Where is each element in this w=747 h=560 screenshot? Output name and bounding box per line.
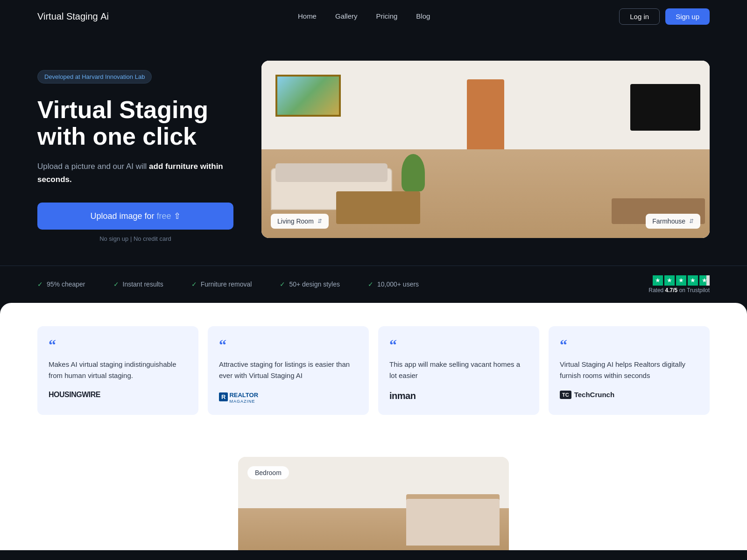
stat-users-label: 10,000+ users (377, 280, 419, 288)
testimonial-text-4: Virtual Staging AI helps Realtors digita… (560, 359, 698, 381)
testimonial-card-2: “ Attractive staging for listings is eas… (208, 326, 369, 415)
stat-instant-label: Instant results (123, 280, 163, 288)
trustpilot-text: Rated 4.7/5 on Trustpilot (648, 287, 710, 294)
testimonial-logo-realtor: R REALTOR MAGAZINE (219, 391, 358, 404)
check-icon-4: ✓ (280, 280, 285, 288)
upload-button[interactable]: Upload image for free ⇧ (37, 203, 233, 230)
quote-mark-3: “ (389, 337, 528, 352)
testimonial-logo-inman: inman (389, 391, 528, 401)
testimonial-card-3: “ This app will make selling vacant home… (378, 326, 539, 415)
quote-mark-2: “ (219, 337, 358, 352)
nav-actions: Log in Sign up (619, 8, 710, 25)
bottom-section: Bedroom (0, 443, 747, 550)
site-logo: Virtual Staging Ai (37, 11, 109, 22)
quote-mark-1: “ (49, 337, 187, 352)
upload-note: No sign up | No credit card (37, 235, 233, 242)
check-icon-3: ✓ (191, 280, 197, 288)
nav-link-gallery[interactable]: Gallery (335, 12, 358, 20)
trustpilot-widget: ★ ★ ★ ★ ★ Rated 4.7/5 on Trustpilot (648, 275, 710, 294)
testimonial-card-1: “ Makes AI virtual staging indistinguish… (37, 326, 198, 415)
stat-cheaper-label: 95% cheaper (47, 280, 85, 288)
hero-subtitle-bold: add furniture within seconds. (37, 162, 223, 183)
tp-star-5: ★ (699, 275, 710, 286)
login-button[interactable]: Log in (619, 8, 660, 25)
room-chevron-icon: ⇵ (317, 218, 322, 224)
bedroom-badge: Bedroom (247, 466, 289, 479)
room-type-label: Living Room (277, 217, 314, 225)
style-chevron-icon: ⇵ (689, 218, 694, 224)
stat-removal-label: Furniture removal (201, 280, 252, 288)
room-sofa-cushion (275, 163, 388, 182)
testimonial-text-3: This app will make selling vacant homes … (389, 359, 528, 381)
tp-star-3: ★ (676, 275, 686, 286)
testimonial-card-4: “ Virtual Staging AI helps Realtors digi… (549, 326, 710, 415)
room-tv (630, 84, 700, 131)
hero-image: Living Room ⇵ Farmhouse ⇵ (261, 61, 710, 238)
free-text: free (157, 211, 171, 221)
nav-link-pricing[interactable]: Pricing (376, 12, 397, 20)
testimonial-logo-techcrunch: TC TechCrunch (560, 391, 698, 399)
hero-subtitle: Upload a picture and our AI will add fur… (37, 160, 233, 185)
realtor-text-block: REALTOR MAGAZINE (229, 391, 258, 404)
tp-star-2: ★ (664, 275, 675, 286)
hero-left: Developed at Harvard Innovation Lab Virt… (37, 61, 233, 242)
logo-sub-text: Ai (100, 11, 109, 21)
navbar: Virtual Staging Ai Home Gallery Pricing … (0, 0, 747, 33)
hero-title: Virtual Stagingwith one click (37, 97, 233, 150)
testimonials-section: “ Makes AI virtual staging indistinguish… (0, 303, 747, 443)
realtor-sub: MAGAZINE (229, 399, 258, 404)
trustpilot-stars: ★ ★ ★ ★ ★ (653, 275, 710, 286)
stat-users: ✓ 10,000+ users (368, 280, 419, 288)
realtor-name: REALTOR (229, 392, 258, 399)
bedroom-bed (406, 499, 500, 546)
stat-removal: ✓ Furniture removal (191, 280, 252, 288)
stat-cheaper: ✓ 95% cheaper (37, 280, 85, 288)
room-painting (275, 75, 341, 117)
room-type-selector[interactable]: Living Room ⇵ (271, 214, 329, 229)
testimonial-logo-housingwire: HOUSINGWIRE (49, 391, 187, 399)
style-label: Farmhouse (652, 217, 685, 225)
testimonial-text-2: Attractive staging for listings is easie… (219, 359, 358, 381)
hero-section: Developed at Harvard Innovation Lab Virt… (0, 33, 747, 266)
quote-mark-4: “ (560, 337, 698, 352)
nav-link-home[interactable]: Home (298, 12, 317, 20)
style-selector[interactable]: Farmhouse ⇵ (646, 214, 700, 229)
signup-button[interactable]: Sign up (665, 8, 710, 25)
room-visual (261, 61, 710, 238)
check-icon-1: ✓ (37, 280, 43, 288)
check-icon-2: ✓ (113, 280, 119, 288)
stats-bar: ✓ 95% cheaper ✓ Instant results ✓ Furnit… (0, 266, 747, 303)
tc-text: TechCrunch (574, 391, 614, 399)
stat-styles: ✓ 50+ design styles (280, 280, 340, 288)
stat-instant: ✓ Instant results (113, 280, 163, 288)
nav-link-blog[interactable]: Blog (416, 12, 430, 20)
check-icon-5: ✓ (368, 280, 374, 288)
stat-styles-label: 50+ design styles (289, 280, 340, 288)
realtor-r-icon: R (219, 392, 228, 401)
tc-icon: TC (560, 391, 571, 399)
bedroom-preview: Bedroom (238, 457, 509, 550)
testimonials-grid: “ Makes AI virtual staging indistinguish… (37, 326, 710, 415)
tp-star-4: ★ (688, 275, 698, 286)
harvard-badge: Developed at Harvard Innovation Lab (37, 70, 152, 84)
testimonial-text-1: Makes AI virtual staging indistinguishab… (49, 359, 187, 381)
room-table (336, 191, 420, 224)
nav-links: Home Gallery Pricing Blog (298, 12, 430, 21)
logo-main-text: Virtual Staging (37, 11, 98, 21)
tp-star-1: ★ (653, 275, 663, 286)
room-plant (402, 154, 425, 191)
room-door (467, 79, 504, 154)
